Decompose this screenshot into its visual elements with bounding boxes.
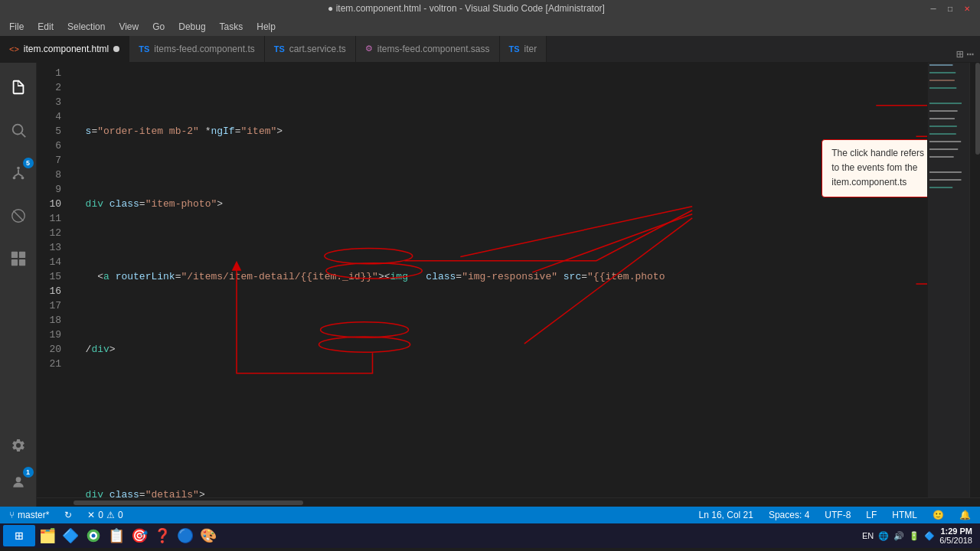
taskbar-app4[interactable]: 📋 <box>106 525 127 546</box>
svg-point-3 <box>12 177 15 180</box>
tab-html-label: item.component.html <box>24 44 109 54</box>
status-line-ending[interactable]: LF <box>863 510 880 520</box>
svg-line-7 <box>18 174 23 177</box>
chrome-icon <box>86 528 101 543</box>
git-branch-icon: ⑂ <box>9 510 15 520</box>
code-content: s="order-item mb-2" *ngIf="item"> div cl… <box>67 63 927 497</box>
activity-extensions[interactable] <box>0 240 37 277</box>
activity-bar-bottom: 1 <box>0 427 37 500</box>
activity-account[interactable]: 1 <box>0 464 37 500</box>
activity-search[interactable] <box>0 112 37 148</box>
code-line-5 <box>67 415 927 429</box>
taskbar-vscode[interactable]: 🔷 <box>60 525 81 546</box>
maximize-button[interactable]: □ <box>943 2 957 15</box>
horizontal-scrollbar[interactable] <box>37 497 980 507</box>
menu-debug[interactable]: Debug <box>172 20 211 34</box>
taskbar-chrome[interactable] <box>83 525 104 546</box>
svg-rect-10 <box>11 252 17 258</box>
taskbar-explorer[interactable]: 🗂️ <box>37 525 58 546</box>
svg-rect-11 <box>18 252 24 258</box>
account-badge: 1 <box>23 467 34 478</box>
tab-sass-label: items-feed.component.sass <box>377 44 490 54</box>
code-line-3: <a routerLink="/items/item-detail/{{item… <box>67 269 927 284</box>
menu-selection[interactable]: Selection <box>61 20 111 34</box>
vertical-scrollbar[interactable] <box>969 63 980 497</box>
tab-actions: ⊞ ⋯ <box>950 47 980 62</box>
activity-bar: 5 1 <box>0 63 37 507</box>
code-line-4: /div> <box>67 342 927 357</box>
status-position[interactable]: Ln 16, Col 21 <box>696 510 756 520</box>
tab-ts3-icon: TS <box>509 44 520 54</box>
git-badge: 5 <box>23 158 34 168</box>
taskbar-clock[interactable]: 1:29 PM 6/5/2018 <box>939 527 972 545</box>
status-spaces[interactable]: Spaces: 4 <box>766 510 812 520</box>
svg-point-27 <box>92 534 96 538</box>
activity-settings[interactable] <box>0 427 37 464</box>
explorer-icon: 🗂️ <box>39 527 56 544</box>
tab-html-icon: <> <box>9 44 19 54</box>
svg-line-6 <box>14 174 18 177</box>
activity-debug[interactable] <box>0 197 37 234</box>
vscode-icon: 🔷 <box>62 527 79 544</box>
taskbar: ⊞ 🗂️ 🔷 📋 🎯 ❓ 🔵 🎨 EN 🌐 🔊 🔋 🔷 1:29 PM 6/5/ <box>0 523 980 548</box>
taskbar-app5[interactable]: 🎯 <box>129 525 150 546</box>
activity-git[interactable]: 5 <box>0 155 37 191</box>
windows-logo-icon: ⊞ <box>15 527 24 544</box>
activity-files[interactable] <box>0 69 37 106</box>
status-bell[interactable]: 🔔 <box>956 510 974 520</box>
status-branch[interactable]: ⑂ master* <box>6 510 52 520</box>
start-button[interactable]: ⊞ <box>3 525 35 546</box>
code-line-1: s="order-item mb-2" *ngIf="item"> <box>67 124 927 139</box>
editor-area: 1 2 3 4 5 6 7 8 9 10 11 12 13 14 15 16 1… <box>37 63 980 507</box>
status-smiley[interactable]: 🙂 <box>929 510 947 520</box>
taskbar-app6[interactable]: ❓ <box>152 525 173 546</box>
tab-ts2[interactable]: TS cart.service.ts <box>265 36 356 62</box>
minimize-button[interactable]: ─ <box>926 2 940 15</box>
more-tabs-icon[interactable]: ⋯ <box>966 47 974 62</box>
taskbar-bluetooth-icon: 🔷 <box>924 531 935 541</box>
menu-tasks[interactable]: Tasks <box>214 20 250 34</box>
menu-edit[interactable]: Edit <box>31 20 60 34</box>
taskbar-app8[interactable]: 🎨 <box>198 525 219 546</box>
close-button[interactable]: ✕ <box>960 2 974 15</box>
svg-rect-13 <box>18 259 24 266</box>
status-errors[interactable]: ✕ 0 ⚠ 0 <box>84 510 126 520</box>
scrollbar-thumb[interactable] <box>975 63 980 155</box>
tab-sass-icon: ⚙ <box>365 44 373 54</box>
title-bar: ● item.component.html - voltron - Visual… <box>0 0 980 17</box>
tab-ts2-icon: TS <box>274 44 285 54</box>
svg-point-14 <box>15 477 21 482</box>
status-encoding[interactable]: UTF-8 <box>822 510 854 520</box>
minimap-canvas <box>928 63 969 369</box>
tab-html-modified <box>113 46 119 52</box>
split-editor-icon[interactable]: ⊞ <box>956 47 964 62</box>
svg-rect-12 <box>11 259 17 266</box>
app6-icon: ❓ <box>154 527 171 544</box>
tab-ts1[interactable]: TS items-feed.component.ts <box>129 36 264 62</box>
menu-view[interactable]: View <box>113 20 145 34</box>
main-layout: 5 1 1 2 3 4 5 6 <box>0 63 980 507</box>
h-scrollbar-thumb[interactable] <box>74 500 303 505</box>
tab-ts3[interactable]: TS iter <box>500 36 547 62</box>
status-language[interactable]: HTML <box>889 510 920 520</box>
taskbar-app7[interactable]: 🔵 <box>175 525 196 546</box>
menu-file[interactable]: File <box>3 20 30 34</box>
menu-bar: File Edit Selection View Go Debug Tasks … <box>0 17 980 36</box>
tab-sass[interactable]: ⚙ items-feed.component.sass <box>356 36 500 62</box>
status-bar: ⑂ master* ↻ ✕ 0 ⚠ 0 Ln 16, Col 21 Spaces… <box>0 507 980 523</box>
taskbar-battery-icon: 🔋 <box>909 531 920 541</box>
code-line-2: div class="item-photo"> <box>67 197 927 211</box>
tab-bar: <> item.component.html TS items-feed.com… <box>0 36 980 63</box>
status-sync[interactable]: ↻ <box>61 510 75 520</box>
svg-line-9 <box>13 211 23 221</box>
app8-icon: 🎨 <box>200 527 217 544</box>
tab-ts1-icon: TS <box>139 44 149 54</box>
tab-html[interactable]: <> item.component.html <box>0 36 129 62</box>
menu-go[interactable]: Go <box>146 20 171 34</box>
app4-icon: 📋 <box>108 527 125 544</box>
code-editor[interactable]: 1 2 3 4 5 6 7 8 9 10 11 12 13 14 15 16 1… <box>37 63 980 497</box>
warning-icon: ⚠ <box>106 510 115 520</box>
menu-help[interactable]: Help <box>250 20 282 34</box>
app7-icon: 🔵 <box>177 527 194 544</box>
tab-ts2-label: cart.service.ts <box>289 44 346 54</box>
